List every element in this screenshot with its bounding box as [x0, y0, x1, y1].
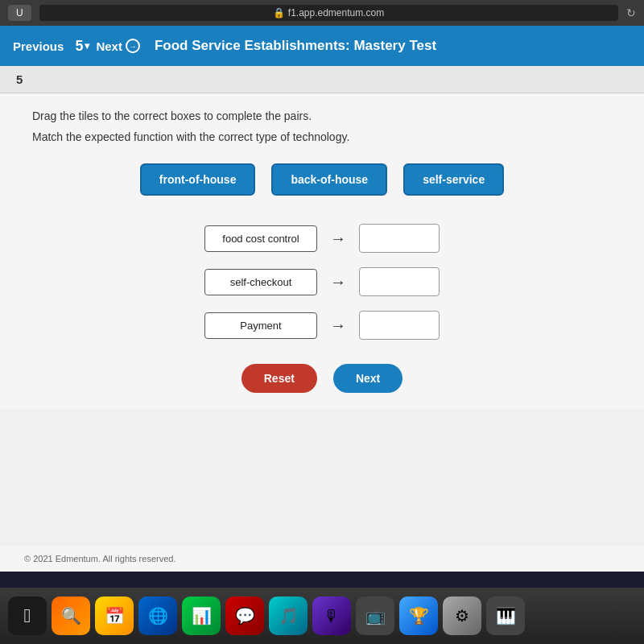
app-icon-11[interactable]: 🎹 — [486, 597, 525, 635]
drop-zone-payment[interactable] — [359, 311, 440, 340]
previous-button[interactable]: Previous — [8, 36, 68, 56]
matching-area: food cost control → self-checkout → Paym… — [32, 224, 612, 340]
tiles-container: front-of-house back-of-house self-servic… — [32, 163, 612, 196]
next-label: Next — [96, 39, 122, 53]
refresh-button[interactable]: ↻ — [626, 6, 636, 19]
app-icon-10[interactable]: ⚙ — [443, 597, 481, 635]
question-number: 5 — [16, 72, 23, 86]
pair-label-food-cost: food cost control — [204, 225, 317, 252]
tile-self-service[interactable]: self-service — [403, 163, 504, 196]
question-number-bar: 5 — [0, 66, 644, 93]
question-body: Drag the tiles to the correct boxes to c… — [0, 93, 644, 409]
app-icon-7[interactable]: 🎙 — [312, 597, 351, 635]
app-icon-6[interactable]: 🎵 — [269, 597, 308, 635]
reset-button[interactable]: Reset — [242, 364, 317, 393]
instruction-secondary: Match the expected function with the cor… — [32, 130, 612, 143]
copyright-text: © 2021 Edmentum. All rights reserved. — [24, 554, 175, 564]
chevron-down-icon: ▾ — [85, 40, 89, 52]
table-row: food cost control → — [204, 224, 440, 253]
drop-zone-self-checkout[interactable] — [359, 267, 440, 296]
table-row: Payment → — [204, 311, 440, 340]
browser-tab[interactable]: U — [8, 5, 31, 21]
apple-icon[interactable]:  — [8, 597, 47, 635]
app-icon-5[interactable]: 💬 — [225, 597, 264, 635]
url-text: f1.app.edmentum.com — [288, 7, 384, 19]
app-icon-8[interactable]: 📺 — [356, 597, 394, 635]
table-row: self-checkout → — [204, 267, 440, 296]
app-icon-4[interactable]: 📊 — [182, 597, 221, 635]
next-circle-icon: → — [126, 39, 140, 53]
pair-label-self-checkout: self-checkout — [204, 269, 317, 295]
instruction-primary: Drag the tiles to the correct boxes to c… — [32, 109, 612, 122]
content-area: 5 Drag the tiles to the correct boxes to… — [0, 66, 644, 565]
app-icon-2[interactable]: 📅 — [95, 597, 134, 635]
page-title: Food Service Establishments: Mastery Tes… — [155, 38, 436, 54]
browser-url: 🔒 f1.app.edmentum.com — [39, 5, 618, 21]
arrow-icon: → — [330, 229, 346, 248]
tile-back-of-house[interactable]: back-of-house — [271, 163, 387, 196]
tile-front-of-house[interactable]: front-of-house — [140, 163, 256, 196]
drop-zone-food-cost[interactable] — [359, 224, 440, 253]
app-icon-9[interactable]: 🏆 — [399, 597, 438, 635]
nav-bar: Previous 5 ▾ Next → Food Service Establi… — [0, 26, 644, 66]
next-button-action[interactable]: Next — [333, 364, 402, 393]
lock-icon: 🔒 — [273, 7, 285, 19]
question-num-display: 5 — [75, 38, 83, 55]
footer: © 2021 Edmentum. All rights reserved. — [0, 546, 644, 572]
arrow-icon: → — [330, 273, 346, 291]
next-button[interactable]: Next → — [96, 39, 140, 53]
pair-label-payment: Payment — [204, 312, 317, 339]
arrow-icon: → — [330, 316, 346, 335]
question-number-selector[interactable]: 5 ▾ — [75, 38, 89, 55]
browser-bar: U 🔒 f1.app.edmentum.com ↻ — [0, 0, 644, 26]
finder-icon[interactable]: 🔍 — [52, 597, 90, 635]
app-icon-3[interactable]: 🌐 — [138, 597, 177, 635]
taskbar:  🔍 📅 🌐 📊 💬 🎵 🎙 📺 🏆 ⚙ 🎹 — [0, 588, 644, 644]
action-buttons: Reset Next — [32, 364, 612, 393]
